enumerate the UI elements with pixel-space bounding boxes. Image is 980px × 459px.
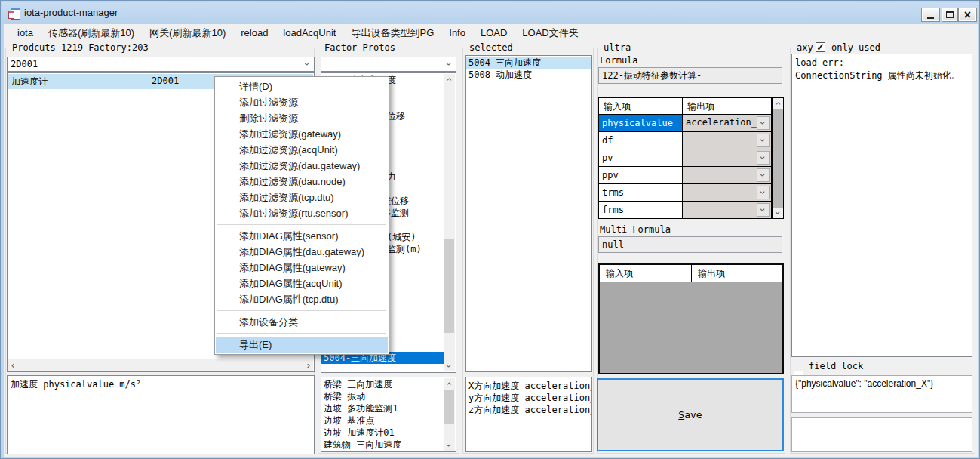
axy-caption: axy — [794, 42, 816, 53]
list-item[interactable]: X方向加速度 acceleration_X g — [466, 380, 591, 392]
empty-textbox[interactable] — [791, 417, 972, 452]
products-hscrollbar[interactable] — [8, 359, 313, 371]
products-combo-button[interactable] — [301, 58, 313, 70]
grid-output-combo[interactable] — [683, 132, 772, 149]
list-item[interactable]: 桥梁 振动 — [321, 390, 444, 402]
scroll-up-icon[interactable] — [444, 74, 455, 85]
json-textbox[interactable]: {"physicalvalue": "acceleration_X"} — [791, 375, 972, 413]
grid-row[interactable]: physicalvalue acceleration_X — [599, 115, 783, 132]
scroll-down-icon[interactable] — [444, 440, 455, 451]
context-menu-item[interactable]: 添加过滤资源(acqUnit) — [216, 142, 388, 158]
products-combo[interactable]: 2D001 — [7, 57, 315, 72]
grid-input-cell[interactable]: frms — [599, 202, 683, 218]
list-item[interactable]: z方向加速度 acceleration_Z g — [466, 404, 591, 416]
combo-dropdown-button[interactable] — [757, 186, 770, 199]
scrollbar-thumb[interactable] — [444, 390, 454, 424]
scroll-down-icon[interactable] — [444, 361, 455, 371]
grid-row[interactable]: frms — [599, 202, 783, 219]
scrollbar-thumb[interactable] — [444, 239, 454, 333]
list-item[interactable]: 5008-动加速度 — [466, 69, 591, 81]
list-item[interactable]: 边坡 加速度计01 — [321, 427, 444, 439]
grid-vscrollbar[interactable] — [772, 98, 783, 218]
window-title: iota-product-manager — [24, 7, 118, 18]
context-menu-item[interactable]: 添加DIAG属性(gateway) — [216, 260, 388, 276]
combo-dropdown-button[interactable] — [757, 168, 770, 182]
chevron-down-icon — [760, 156, 767, 159]
factor-protos-vscrollbar[interactable] — [444, 74, 455, 371]
save-button[interactable]: Save — [597, 378, 784, 451]
list-item[interactable]: y方向加速度 acceleration_Y g — [466, 392, 591, 404]
load-error-box[interactable]: load err: ConnectionString 属性尚未初始化。 — [791, 54, 972, 357]
context-menu-item[interactable]: 添加DIAG属性(sensor) — [216, 228, 388, 244]
grid-output-combo[interactable] — [683, 184, 772, 201]
factor-protos-bottom-list[interactable]: 桥梁 三向加速度桥梁 振动边坡 多功能监测1边坡 基准点边坡 加速度计01建筑物… — [321, 377, 456, 452]
grid-row[interactable]: ppv — [599, 167, 783, 184]
menu-item[interactable]: LOAD文件夹 — [515, 25, 585, 42]
combo-dropdown-button[interactable] — [757, 134, 770, 147]
empty-grid[interactable]: 输入项 输出项 — [598, 263, 784, 374]
menu-item[interactable]: loadAcqUnit — [275, 25, 343, 42]
grid-input-cell[interactable]: pv — [599, 149, 683, 166]
grid-input-cell[interactable]: df — [599, 132, 683, 149]
context-menu-item[interactable]: 添加过滤资源(gateway) — [216, 126, 388, 142]
factor-protos-combo-button[interactable] — [443, 58, 455, 70]
menu-item[interactable]: 网关(刷新最新10) — [142, 25, 233, 42]
context-menu-item[interactable]: 添加设备分类 — [216, 314, 388, 330]
menu-item[interactable]: Info — [441, 25, 473, 42]
list-item[interactable]: 桥梁 三向加速度 — [321, 378, 444, 390]
grid-output-combo[interactable] — [683, 167, 772, 183]
maximize-button[interactable] — [942, 8, 958, 22]
context-menu-item[interactable]: 添加DIAG属性(tcp.dtu) — [216, 291, 388, 307]
menu-item[interactable]: 导出设备类型到PG — [343, 25, 441, 42]
bottom-list-vscrollbar[interactable] — [444, 378, 455, 451]
minimize-button[interactable] — [921, 8, 940, 22]
selected-detail-list[interactable]: X方向加速度 acceleration_X gy方向加速度 accelerati… — [465, 377, 592, 452]
scroll-down-icon[interactable] — [773, 208, 783, 218]
scroll-up-icon[interactable] — [773, 98, 783, 109]
context-menu-item[interactable]: 添加DIAG属性(acqUnit) — [216, 276, 388, 291]
factor-protos-combo[interactable] — [321, 57, 456, 72]
context-menu-item[interactable]: 添加过滤资源(dau.node) — [216, 174, 388, 189]
scroll-left-icon[interactable] — [11, 362, 14, 369]
menu-item[interactable]: 传感器(刷新最新10) — [41, 25, 142, 42]
list-item[interactable]: 边坡 多功能监测1 — [321, 402, 444, 414]
combo-dropdown-button[interactable] — [757, 116, 770, 130]
save-label: ave — [684, 409, 702, 420]
combo-dropdown-button[interactable] — [757, 203, 770, 217]
context-menu-item[interactable]: 添加过滤资源(tcp.dtu) — [216, 189, 388, 205]
only-used-checkbox[interactable] — [816, 42, 825, 52]
context-menu-item[interactable]: 详情(D) — [216, 79, 388, 94]
context-menu-item[interactable]: 添加过滤资源 — [216, 94, 388, 110]
context-menu-item[interactable]: 删除过滤资源 — [216, 110, 388, 126]
grid-output-combo[interactable]: acceleration_X — [683, 115, 772, 131]
scroll-right-icon[interactable] — [307, 362, 310, 369]
product-code: 2D001 — [152, 75, 179, 86]
grid-row[interactable]: df — [599, 132, 783, 149]
grid-input-cell[interactable]: ppv — [599, 167, 683, 183]
menu-item[interactable]: LOAD — [473, 25, 515, 42]
combo-dropdown-button[interactable] — [757, 151, 770, 165]
grid-input-cell[interactable]: physicalvalue — [599, 115, 683, 131]
grid-row[interactable]: trms — [599, 184, 783, 202]
menu-item[interactable]: iota — [10, 25, 41, 42]
list-item[interactable]: 边坡 基准点 — [321, 414, 444, 427]
context-menu-item[interactable]: 添加DIAG属性(dau.gateway) — [216, 244, 388, 260]
grid-input-cell[interactable]: trms — [599, 184, 683, 201]
grid-output-combo[interactable] — [683, 202, 772, 218]
minimize-icon — [927, 17, 934, 19]
menu-item[interactable]: reload — [233, 25, 275, 42]
list-item[interactable]: 建筑物 三向加速度 — [321, 439, 444, 451]
context-menu-item[interactable]: 导出(E) — [216, 337, 388, 353]
chevron-down-icon — [303, 63, 311, 66]
scroll-up-icon[interactable] — [444, 378, 455, 389]
context-menu-item[interactable]: 添加过滤资源(dau.gateway) — [216, 158, 388, 174]
close-button[interactable] — [958, 8, 977, 22]
product-detail-box[interactable]: 加速度 physicalvalue m/s² — [7, 375, 315, 454]
selected-list[interactable]: 5004-三向加速度5008-动加速度 — [465, 55, 592, 372]
grid-output-combo[interactable] — [683, 149, 772, 166]
list-item[interactable]: 5004-三向加速度 — [466, 57, 591, 69]
formula-textbox[interactable]: 122-振动特征参数计算- — [598, 67, 782, 84]
multi-formula-textbox[interactable]: null — [598, 236, 782, 253]
context-menu-item[interactable]: 添加过滤资源(rtu.sensor) — [216, 205, 388, 221]
grid-row[interactable]: pv — [599, 149, 783, 167]
